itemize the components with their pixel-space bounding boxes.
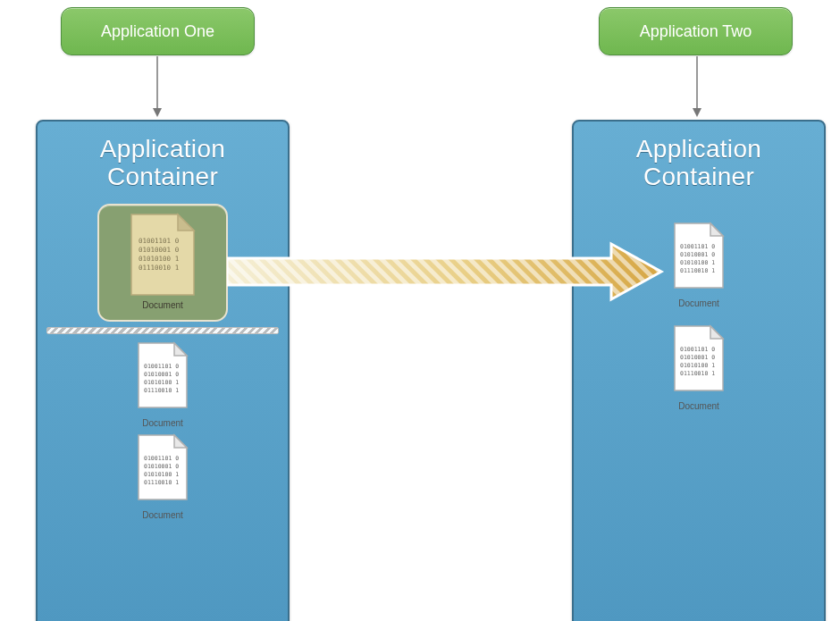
- document-icon: 01001101 0 01010001 0 01010100 1 0111001…: [135, 433, 190, 503]
- container-two: Application Container 01001101 0 0101000…: [572, 120, 826, 621]
- svg-text:01110010 1: 01110010 1: [144, 387, 179, 394]
- app-two-box: Application Two: [599, 7, 793, 55]
- svg-text:01010100 1: 01010100 1: [144, 379, 179, 386]
- arrow-app1-to-container: [152, 56, 163, 122]
- container-one-doc-2: 01001101 0 01010001 0 01010100 1 0111001…: [118, 341, 207, 428]
- app-two-label: Application Two: [640, 22, 752, 40]
- svg-text:01010100 1: 01010100 1: [680, 259, 715, 266]
- document-caption: Document: [654, 298, 743, 308]
- highlighted-document: 01001101 0 01010001 0 01010100 1 0111001…: [97, 204, 228, 322]
- svg-text:01110010 1: 01110010 1: [680, 370, 715, 377]
- svg-text:01010001 0: 01010001 0: [139, 246, 180, 254]
- svg-text:01110010 1: 01110010 1: [680, 267, 715, 274]
- document-icon: 01001101 0 01010001 0 01010100 1 0111001…: [671, 222, 727, 291]
- svg-text:01001101 0: 01001101 0: [144, 455, 179, 462]
- svg-marker-3: [693, 108, 701, 117]
- svg-text:01010001 0: 01010001 0: [144, 463, 179, 470]
- document-caption: Document: [118, 418, 207, 428]
- container-one: Application Container 01001101 0 0101000…: [36, 120, 290, 621]
- document-icon: 01001101 0 01010001 0 01010100 1 0111001…: [135, 341, 190, 411]
- svg-text:01010100 1: 01010100 1: [144, 471, 179, 478]
- document-icon: 01001101 0 01010001 0 01010100 1 0111001…: [128, 213, 197, 298]
- svg-text:01110010 1: 01110010 1: [144, 479, 179, 486]
- document-caption: Document: [118, 510, 207, 520]
- divider-hatch: [46, 327, 279, 334]
- container-one-doc-3: 01001101 0 01010001 0 01010100 1 0111001…: [118, 433, 207, 520]
- document-caption: Document: [142, 300, 183, 310]
- container-one-title: Application Container: [45, 136, 281, 191]
- svg-text:01001101 0: 01001101 0: [139, 237, 180, 245]
- svg-text:01001101 0: 01001101 0: [144, 363, 179, 370]
- document-caption: Document: [654, 401, 743, 411]
- svg-text:01110010 1: 01110010 1: [139, 264, 179, 272]
- svg-text:01010001 0: 01010001 0: [144, 371, 179, 378]
- app-one-label: Application One: [101, 22, 214, 40]
- container-two-title: Application Container: [581, 136, 817, 191]
- svg-text:01001101 0: 01001101 0: [680, 346, 715, 353]
- app-one-box: Application One: [61, 7, 255, 55]
- arrow-app2-to-container: [692, 56, 702, 122]
- svg-text:01001101 0: 01001101 0: [680, 243, 715, 250]
- svg-text:01010001 0: 01010001 0: [680, 354, 715, 361]
- diagram-stage: Application One Application Two Applicat…: [0, 0, 840, 621]
- svg-text:01010100 1: 01010100 1: [680, 362, 715, 369]
- container-two-doc-1: 01001101 0 01010001 0 01010100 1 0111001…: [654, 222, 743, 308]
- svg-text:01010100 1: 01010100 1: [139, 255, 179, 263]
- document-icon: 01001101 0 01010001 0 01010100 1 0111001…: [671, 324, 727, 394]
- svg-marker-1: [153, 108, 162, 117]
- container-two-doc-2: 01001101 0 01010001 0 01010100 1 0111001…: [654, 324, 743, 411]
- svg-text:01010001 0: 01010001 0: [680, 251, 715, 258]
